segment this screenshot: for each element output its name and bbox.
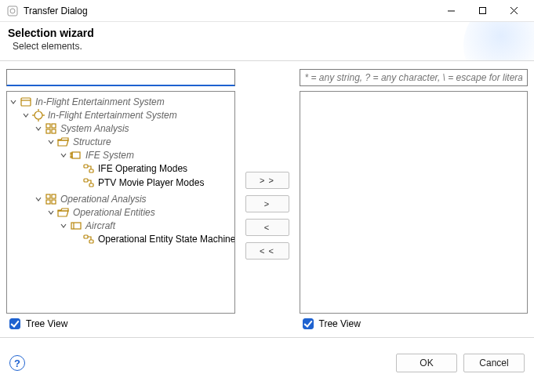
svg-rect-27 — [52, 200, 56, 204]
maximize-button[interactable] — [467, 0, 498, 22]
tree-branch[interactable]: Operational AnalysisOperational Entities… — [34, 192, 233, 249]
wizard-header: Selection wizard Select elements. — [0, 22, 534, 61]
chevron-down-icon[interactable] — [9, 97, 18, 107]
chevron-down-icon[interactable] — [34, 124, 43, 133]
source-tree[interactable]: In-Flight Entertainment SystemIn-Flight … — [6, 91, 235, 314]
window-title: Transfer Dialog — [24, 5, 88, 16]
tree-branch[interactable]: In-Flight Entertainment SystemIn-Flight … — [9, 95, 233, 250]
state-machine-icon — [82, 233, 95, 245]
svg-rect-23 — [89, 183, 93, 187]
minimize-button[interactable] — [435, 0, 467, 22]
svg-rect-16 — [52, 129, 56, 133]
folder-open-icon — [57, 206, 70, 219]
ok-button[interactable]: OK — [396, 354, 457, 372]
tree-node-label: Operational Entity State Machine — [96, 233, 235, 245]
svg-rect-21 — [89, 169, 93, 172]
svg-rect-3 — [479, 8, 485, 14]
tree-branch[interactable]: IFE SystemIFE Operating ModesPTV Movie P… — [59, 148, 233, 191]
component-icon — [70, 149, 82, 162]
tree-node-label: Structure — [71, 136, 113, 148]
svg-rect-26 — [46, 200, 50, 204]
wizard-title: Selection wizard — [8, 27, 526, 39]
title-bar: Transfer Dialog — [0, 0, 534, 22]
source-filter-input[interactable] — [6, 69, 235, 86]
header-decoration — [463, 22, 534, 61]
wizard-subtitle: Select elements. — [13, 41, 526, 52]
svg-rect-18 — [71, 153, 72, 154]
svg-rect-30 — [84, 235, 88, 238]
app-icon — [6, 5, 19, 17]
tree-leaf[interactable]: Operational Entity State Machine — [71, 232, 233, 246]
product-icon — [20, 96, 32, 108]
grid-icon — [45, 122, 57, 135]
tree-leaf[interactable]: IFE Operating Modes — [71, 162, 233, 176]
add-all-button[interactable]: > > — [245, 172, 289, 189]
svg-rect-17 — [72, 152, 80, 158]
target-tree-view-checkbox[interactable]: Tree View — [300, 317, 529, 331]
transfer-button-column: > > > < < < — [240, 69, 295, 331]
remove-all-button[interactable]: < < — [245, 242, 289, 260]
dialog-body: In-Flight Entertainment SystemIn-Flight … — [0, 61, 534, 332]
folder-open-icon — [57, 136, 70, 148]
tree-node-label: In-Flight Entertainment System — [34, 96, 166, 108]
svg-rect-0 — [8, 6, 17, 16]
svg-rect-19 — [71, 156, 72, 158]
source-tree-view-check[interactable] — [9, 318, 20, 329]
state-machine-icon — [82, 162, 95, 175]
add-button[interactable]: > — [245, 195, 289, 212]
svg-point-8 — [35, 111, 42, 119]
tree-branch[interactable]: AircraftOperational Entity State Machine — [59, 219, 233, 247]
svg-rect-15 — [46, 129, 50, 133]
tree-node-label: Operational Entities — [71, 206, 157, 219]
tree-branch[interactable]: StructureIFE SystemIFE Operating ModesPT… — [46, 135, 233, 191]
svg-point-1 — [10, 9, 15, 13]
svg-rect-25 — [52, 194, 56, 198]
tree-node-label: Operational Analysis — [59, 193, 148, 205]
tree-branch[interactable]: In-Flight Entertainment SystemSystem Ana… — [21, 108, 233, 249]
target-tree-view-label: Tree View — [319, 318, 361, 329]
source-pane: In-Flight Entertainment SystemIn-Flight … — [6, 69, 235, 331]
target-tree-view-check[interactable] — [303, 318, 314, 329]
chevron-down-icon[interactable] — [21, 111, 31, 120]
svg-rect-13 — [46, 124, 50, 128]
svg-rect-28 — [71, 223, 81, 229]
cancel-button[interactable]: Cancel — [463, 354, 525, 372]
engineering-icon — [32, 109, 45, 122]
chevron-down-icon[interactable] — [46, 137, 56, 147]
state-machine-icon — [82, 176, 95, 189]
tree-branch[interactable]: Operational EntitiesAircraftOperational … — [46, 205, 233, 248]
svg-rect-20 — [84, 165, 88, 168]
svg-rect-22 — [84, 179, 88, 182]
svg-rect-24 — [46, 194, 50, 198]
chevron-down-icon[interactable] — [59, 221, 68, 230]
source-tree-view-checkbox[interactable]: Tree View — [6, 317, 235, 331]
tree-node-label: IFE Operating Modes — [96, 162, 189, 175]
svg-rect-14 — [52, 124, 56, 128]
close-button[interactable] — [498, 0, 529, 22]
dialog-footer: ? OK Cancel — [0, 338, 534, 388]
source-tree-view-label: Tree View — [26, 318, 67, 329]
tree-node-label: PTV Movie Player Modes — [96, 176, 205, 189]
tree-node-label: IFE System — [84, 149, 136, 162]
target-pane: Tree View — [300, 69, 529, 331]
tree-node-label: In-Flight Entertainment System — [46, 109, 179, 122]
tree-branch[interactable]: System AnalysisStructureIFE SystemIFE Op… — [34, 122, 233, 192]
target-filter-input[interactable] — [300, 69, 529, 86]
help-button[interactable]: ? — [9, 355, 25, 371]
svg-rect-31 — [89, 240, 93, 243]
tree-node-label: Aircraft — [84, 220, 117, 232]
chevron-down-icon[interactable] — [59, 151, 68, 160]
chevron-down-icon[interactable] — [46, 208, 56, 217]
target-tree[interactable] — [300, 91, 529, 314]
remove-button[interactable]: < — [245, 219, 289, 236]
chevron-down-icon[interactable] — [34, 194, 43, 204]
grid-icon — [45, 193, 57, 205]
tree-node-label: System Analysis — [59, 122, 131, 135]
tree-leaf[interactable]: PTV Movie Player Modes — [71, 176, 233, 190]
entity-icon — [70, 220, 82, 232]
svg-rect-6 — [21, 98, 31, 106]
